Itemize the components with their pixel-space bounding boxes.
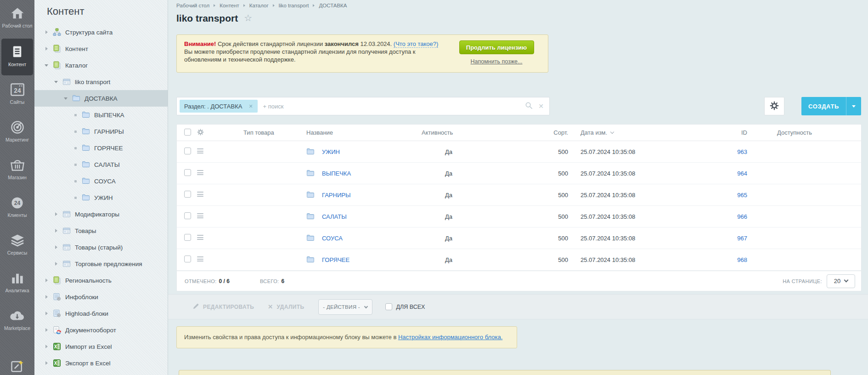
breadcrumb-item[interactable]: liko transport [279,3,309,8]
infoblock-settings-link[interactable]: Настройках информационного блока. [398,334,502,341]
edit-selected-button[interactable]: РЕДАКТИРОВАТЬ [192,303,254,311]
tree-toggle-icon[interactable] [44,278,49,282]
tree-item-struktura-sayta[interactable]: Структура сайта [34,24,168,40]
rail-item-desktop[interactable]: Рабочий стол [0,0,34,38]
delete-selected-button[interactable]: ✕ УДАЛИТЬ [268,303,304,310]
tree-toggle-icon[interactable] [63,97,68,100]
tree-toggle-icon[interactable] [73,197,78,199]
section-name-link[interactable]: САЛАТЫ [322,213,347,220]
create-button[interactable]: СОЗДАТЬ [801,97,861,115]
section-id-link[interactable]: 966 [737,213,747,220]
row-checkbox[interactable] [184,169,191,176]
section-name-link[interactable]: ГОРЯЧЕЕ [322,256,349,263]
tree-item-dostavka[interactable]: ДОСТАВКА [34,90,168,107]
tree-toggle-icon[interactable] [53,262,59,266]
row-menu-icon[interactable] [197,212,203,220]
tree-item-kontent[interactable]: Контент [34,40,168,57]
tree-item-liko-transport[interactable]: liko transport [34,74,168,90]
tree-toggle-icon[interactable] [44,30,49,34]
row-checkbox[interactable] [184,234,191,241]
tree-toggle-icon[interactable] [53,229,59,233]
tree-item-dokumentooborot[interactable]: Документооборот [34,322,168,338]
rail-item-marketing[interactable]: Маркетинг [0,114,34,152]
section-id-link[interactable]: 964 [737,170,747,177]
tree-toggle-icon[interactable] [44,328,49,332]
section-name-link[interactable]: СОУСА [322,235,343,242]
row-checkbox[interactable] [184,191,191,198]
tree-toggle-icon[interactable] [53,245,59,249]
chip-remove-icon[interactable]: ✕ [248,103,253,109]
search-icon[interactable] [525,102,533,111]
tree-item-regionalnost[interactable]: Региональность [34,272,168,289]
rail-item-clients[interactable]: 24 Клиенты [0,189,34,227]
tree-toggle-icon[interactable] [44,64,49,67]
row-menu-icon[interactable] [197,148,203,155]
tree-toggle-icon[interactable] [44,361,49,365]
remind-later-link[interactable]: Напомнить позже... [471,58,523,65]
tree-item-goryachee[interactable]: ГОРЯЧЕЕ [34,140,168,156]
rail-item-wizard[interactable] [0,353,34,375]
tree-toggle-icon[interactable] [44,295,49,299]
favorite-star-icon[interactable]: ☆ [244,12,252,23]
section-id-link[interactable]: 963 [737,148,747,155]
row-checkbox[interactable] [184,256,191,262]
tree-item-import-excel[interactable]: X Импорт из Excel [34,338,168,355]
section-id-link[interactable]: 967 [737,235,747,242]
tree-item-modifikatory[interactable]: Модификаторы [34,206,168,222]
breadcrumb-item[interactable]: Рабочий стол [176,3,209,8]
tree-toggle-icon[interactable] [73,131,78,133]
rail-item-shop[interactable]: Магазин [0,152,34,189]
tree-item-tovary[interactable]: Товары [34,222,168,239]
filter-chip[interactable]: Раздел: . ДОСТАВКА ✕ [180,100,258,113]
tree-toggle-icon[interactable] [73,180,78,182]
tree-item-torgovye-predlozheniya[interactable]: Торговые предложения [34,256,168,272]
per-page-select[interactable]: 20 [827,274,855,288]
section-name-link[interactable]: ГАРНИРЫ [322,192,350,199]
col-header-sort[interactable]: Сорт. [536,129,573,136]
row-menu-icon[interactable] [197,191,203,198]
rail-item-content[interactable]: Контент [1,39,33,75]
col-header-type[interactable]: Тип товара [225,129,306,136]
for-all-toggle[interactable]: ДЛЯ ВСЕХ [385,303,425,310]
tree-toggle-icon[interactable] [73,147,78,149]
row-menu-icon[interactable] [197,234,203,241]
tree-item-infobloki[interactable]: Инфоблоки [34,289,168,305]
for-all-checkbox[interactable] [385,303,392,310]
renew-license-button[interactable]: Продлить лицензию [459,40,534,54]
breadcrumb-item[interactable]: Каталог [249,3,269,8]
rail-item-sites[interactable]: 24 Сайты [0,76,34,114]
tree-toggle-icon[interactable] [73,114,78,116]
tree-toggle-icon[interactable] [44,47,49,51]
col-header-name[interactable]: Название [306,129,421,136]
license-help-link[interactable]: (Что это такое?) [394,40,439,48]
columns-gear-icon[interactable] [197,130,204,137]
tree-item-sousa[interactable]: СОУСА [34,173,168,189]
tree-toggle-icon[interactable] [53,212,59,216]
tree-item-vypechka[interactable]: ВЫПЕЧКА [34,107,168,123]
tree-item-katalog[interactable]: Каталог [34,57,168,74]
row-menu-icon[interactable] [197,256,203,263]
row-checkbox[interactable] [184,148,191,154]
section-id-link[interactable]: 965 [737,192,747,199]
section-name-link[interactable]: УЖИН [322,148,340,155]
tree-item-tovary-staryi[interactable]: Товары (старый) [34,239,168,256]
tree-item-uzhin[interactable]: УЖИН [34,189,168,206]
tree-item-salaty[interactable]: САЛАТЫ [34,156,168,173]
col-header-access[interactable]: Доступность [752,129,861,136]
tree-toggle-icon[interactable] [73,164,78,166]
section-id-link[interactable]: 968 [737,256,747,263]
row-menu-icon[interactable] [197,169,203,176]
col-header-id[interactable]: ID [729,129,752,136]
search-placeholder[interactable]: + поиск [263,103,525,110]
filter-search-bar[interactable]: Раздел: . ДОСТАВКА ✕ + поиск ✕ [176,97,550,115]
tree-item-garniry[interactable]: ГАРНИРЫ [34,123,168,140]
tree-item-highload-bloki[interactable]: Highload-блоки [34,305,168,322]
create-dropdown-arrow[interactable] [846,97,861,115]
breadcrumb-item[interactable]: Контент [220,3,239,8]
select-all-checkbox[interactable] [184,129,191,136]
rail-item-analytics[interactable]: Аналитика [0,265,34,302]
breadcrumb-item[interactable]: ДОСТАВКА [319,3,347,8]
actions-dropdown[interactable]: - ДЕЙСТВИЯ - [318,299,372,315]
rail-item-services[interactable]: Сервисы [0,227,34,265]
section-name-link[interactable]: ВЫПЕЧКА [322,170,351,177]
